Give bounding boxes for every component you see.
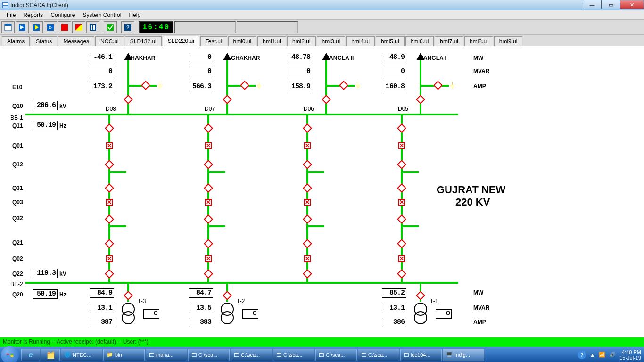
taskbar-item[interactable]: 🗔C:\sca... [188,349,230,361]
tab-messages[interactable]: Messages [58,36,94,46]
disc-icon[interactable] [202,182,214,194]
taskbar-item[interactable]: 🗔iec104... [400,349,442,361]
close-button[interactable]: ✕ [620,0,644,9]
maximize-button[interactable]: ▭ [602,0,620,9]
tab-ncc-ui[interactable]: NCC.ui [95,36,124,46]
tray-up-icon[interactable]: ▲ [590,352,595,358]
disc-icon[interactable] [103,158,115,170]
taskbar-clock[interactable]: 4:40 PM 15-Jul-19 [619,349,641,361]
disc-icon[interactable] [396,158,407,170]
taskbar-item[interactable]: 🗔C:\sca... [358,349,399,361]
disc-icon[interactable] [103,213,115,225]
tab-alarms[interactable]: Alarms [2,36,30,46]
tab-hmi0-ui[interactable]: hmi0.ui [228,36,257,46]
disconnector-icon[interactable] [320,93,332,105]
task-pinned-ie[interactable]: e [21,349,40,361]
menu-reports[interactable]: Reports [19,11,47,19]
disconnector-icon[interactable] [239,79,250,91]
tray-volume-icon[interactable]: 🔊 [609,352,616,358]
disconnector-icon[interactable] [140,79,151,91]
tab-test-ui[interactable]: Test.ui [200,36,227,46]
disc-icon[interactable] [202,268,214,280]
disconnector-icon[interactable] [414,289,426,301]
taskbar-item[interactable]: 🗔mana... [146,349,187,361]
disconnector-icon[interactable] [221,289,233,301]
disconnector-icon[interactable] [122,289,134,301]
disc-icon[interactable] [301,182,313,194]
taskbar-item[interactable]: 🗔C:\sca... [273,349,314,361]
disc-icon[interactable] [301,213,313,225]
disconnector-icon[interactable] [414,93,426,105]
tool-btn-1[interactable] [1,21,15,33]
breaker-icon[interactable] [397,198,406,206]
tab-hmi4-ui[interactable]: hmi4.ui [346,36,375,46]
disc-icon[interactable] [301,238,313,249]
tool-btn-4[interactable]: ⚙ [44,21,57,33]
start-button[interactable] [1,346,19,362]
tray-network-icon[interactable]: 📶 [599,352,605,358]
disconnector-icon[interactable] [338,79,349,91]
breaker-icon[interactable] [105,141,114,150]
disc-icon[interactable] [103,268,115,280]
disconnector-icon[interactable] [221,93,233,105]
disc-icon[interactable] [301,158,313,170]
disc-icon[interactable] [103,122,115,134]
taskbar-item[interactable]: 🌐NTDC... [61,349,102,361]
menu-configure[interactable]: Configure [47,11,79,19]
tab-hmi7-ui[interactable]: hmi7.ui [435,36,463,46]
task-pinned-explorer[interactable]: 🗂️ [41,349,60,361]
tab-hmi8-ui[interactable]: hmi8.ui [464,36,493,46]
tab-hmi9-ui[interactable]: hmi9.ui [494,36,523,46]
tab-hmi5-ui[interactable]: hmi5.ui [376,36,405,46]
breaker-icon[interactable] [204,198,213,206]
disc-icon[interactable] [103,182,115,194]
disc-icon[interactable] [202,158,214,170]
disc-icon[interactable] [202,238,214,249]
disc-icon[interactable] [396,182,407,194]
breaker-icon[interactable] [397,255,406,263]
disc-icon[interactable] [202,122,214,134]
disc-icon[interactable] [396,238,407,249]
taskbar-item[interactable]: 🗔C:\sca... [231,349,272,361]
tool-btn-5[interactable] [58,21,71,33]
tool-btn-8[interactable] [104,21,117,33]
tab-sld220-ui[interactable]: SLD220.ui [163,36,199,46]
breaker-icon[interactable] [303,198,312,206]
disc-icon[interactable] [301,122,313,134]
tab-sld132-ui[interactable]: SLD132.ui [125,36,162,46]
disc-icon[interactable] [301,268,313,280]
system-tray[interactable]: ? ▲ 📶 🔊 4:40 PM 15-Jul-19 [578,349,641,361]
breaker-icon[interactable] [105,255,114,263]
menu-help[interactable]: Help [125,11,144,19]
disc-icon[interactable] [396,268,407,280]
breaker-icon[interactable] [303,255,312,263]
disc-icon[interactable] [202,213,214,225]
tab-status[interactable]: Status [31,36,57,46]
disc-icon[interactable] [396,213,407,225]
disc-icon[interactable] [103,238,115,249]
taskbar-item[interactable]: 🖥️Indig... [443,349,484,361]
tab-hmi3-ui[interactable]: hmi3.ui [317,36,346,46]
disconnector-icon[interactable] [122,93,134,105]
tab-hmi6-ui[interactable]: hmi6.ui [405,36,434,46]
minimize-button[interactable]: — [583,0,602,9]
breaker-icon[interactable] [105,198,114,206]
tool-btn-7[interactable] [86,21,99,33]
tool-btn-6[interactable] [72,21,85,33]
tool-btn-9[interactable]: ? [121,21,134,33]
taskbar-item[interactable]: 🗔C:\sca... [315,349,357,361]
tool-btn-2[interactable] [16,21,29,33]
tab-hmi1-ui[interactable]: hmi1.ui [257,36,286,46]
taskbar-item[interactable]: 📁bin [103,349,145,361]
disconnector-icon[interactable] [432,79,444,91]
disc-icon[interactable] [396,122,407,134]
breaker-icon[interactable] [204,141,213,150]
breaker-icon[interactable] [397,141,406,150]
tool-btn-3[interactable] [30,21,43,33]
breaker-icon[interactable] [303,141,312,150]
menu-file[interactable]: File [3,11,19,19]
tab-hmi2-ui[interactable]: hmi2.ui [287,36,316,46]
tray-help-icon[interactable]: ? [578,351,586,359]
menu-system[interactable]: System Control [79,11,125,19]
breaker-icon[interactable] [204,255,213,263]
